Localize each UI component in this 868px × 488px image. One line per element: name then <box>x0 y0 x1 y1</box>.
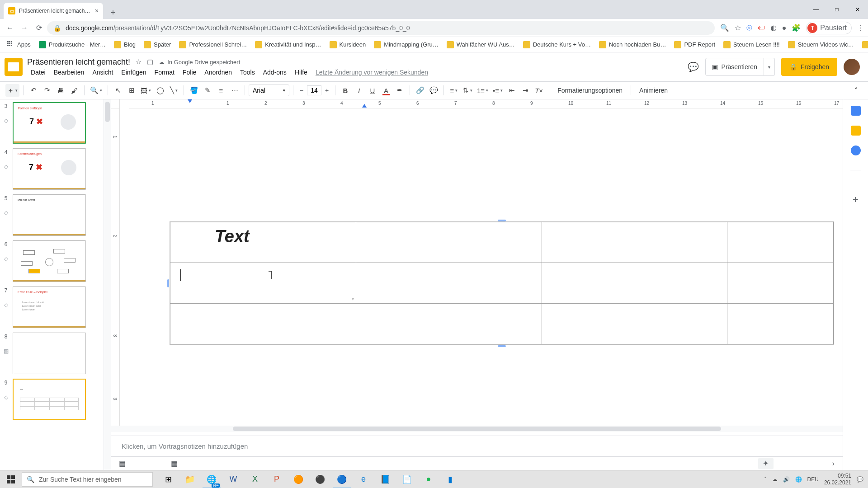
animate-button[interactable]: Animieren <box>635 87 672 94</box>
redo-button[interactable]: ↷ <box>41 84 53 97</box>
font-size-input[interactable] <box>307 85 321 95</box>
app-button[interactable]: 📘 <box>374 470 396 488</box>
menu-edit[interactable]: Bearbeiten <box>50 68 88 77</box>
side-panel-toggle-icon[interactable]: › <box>832 460 835 468</box>
share-button[interactable]: 🔒Freigeben <box>781 58 837 76</box>
indent-increase-button[interactable]: ⇥ <box>519 84 532 97</box>
link-button[interactable]: 🔗 <box>414 84 426 97</box>
table-cell[interactable] <box>170 304 356 344</box>
window-close-button[interactable]: ✕ <box>847 0 868 19</box>
extension-circle-icon[interactable]: ◐ <box>770 23 777 32</box>
tray-cloud-icon[interactable]: ☁ <box>772 476 778 483</box>
menu-insert[interactable]: Einfügen <box>118 68 150 77</box>
star-icon[interactable]: ☆ <box>136 58 142 66</box>
table-cell[interactable] <box>356 222 542 263</box>
bookmark-item[interactable]: Mindmapping (Gru… <box>371 39 441 50</box>
bookmark-item[interactable]: Wahlfächer WU Aus… <box>444 39 518 50</box>
tray-network-icon[interactable]: 🌐 <box>795 476 802 483</box>
border-color-button[interactable]: ✎ <box>201 84 214 97</box>
table-cell[interactable] <box>542 304 727 344</box>
slide-thumb-3[interactable]: Formen einfügen7 ✖ <box>13 102 86 144</box>
close-tab-icon[interactable]: × <box>95 7 99 14</box>
keep-sidebar-icon[interactable] <box>851 126 861 136</box>
bookmark-item[interactable]: Deutsche Kurs + Vo… <box>520 39 594 50</box>
slides-logo-icon[interactable] <box>5 58 23 76</box>
clear-format-button[interactable]: T× <box>533 84 545 97</box>
table-cell[interactable] <box>542 222 727 263</box>
account-avatar[interactable] <box>844 59 860 75</box>
calendar-sidebar-icon[interactable] <box>851 106 861 116</box>
filmstrip-view-icon[interactable]: ▤ <box>119 459 126 468</box>
table-cell[interactable] <box>542 263 727 304</box>
spotify-app-button[interactable]: ● <box>418 470 439 488</box>
bold-button[interactable]: B <box>339 84 352 97</box>
table-cell-active[interactable]: ▾ <box>170 263 356 304</box>
bookmark-item[interactable]: Produktsuche - Mer… <box>36 39 108 50</box>
task-view-button[interactable]: ⊞ <box>157 470 179 488</box>
window-minimize-button[interactable]: ― <box>806 0 826 19</box>
numbered-list-button[interactable]: 1≡ <box>475 84 490 97</box>
extension-shopping-icon[interactable]: 🏷 <box>758 24 765 32</box>
chrome-app-button[interactable]: 🔵 <box>331 470 353 488</box>
reload-button[interactable]: ⟳ <box>33 22 45 34</box>
menu-arrange[interactable]: Anordnen <box>201 68 236 77</box>
notepad-app-button[interactable]: 📄 <box>396 470 418 488</box>
present-button[interactable]: ▣Präsentieren <box>705 58 764 76</box>
image-tool[interactable]: 🖼 <box>139 84 153 97</box>
comments-icon[interactable]: 💬 <box>688 61 699 72</box>
table-cell[interactable] <box>356 304 542 344</box>
window-maximize-button[interactable]: □ <box>826 0 847 19</box>
reader-icon[interactable]: ⦾ <box>746 24 752 32</box>
edge-app-button[interactable]: 🌐99+ <box>201 470 222 488</box>
extension-dot-icon[interactable]: ● <box>782 24 787 32</box>
underline-button[interactable]: U <box>366 84 379 97</box>
browser-tab[interactable]: ▭ Präsentieren leicht gemacht! - G… × <box>4 3 103 19</box>
table-cell[interactable] <box>356 263 542 304</box>
present-dropdown[interactable]: ▾ <box>764 58 775 76</box>
line-tool[interactable]: ╲ <box>167 84 180 97</box>
bookmark-item[interactable]: Blog <box>111 39 138 50</box>
slide-table[interactable]: Text ▾ <box>170 221 834 345</box>
slide-thumb-4[interactable]: Formen einfügen7 ✖ <box>13 148 86 190</box>
zoom-icon[interactable]: 🔍 <box>720 23 729 32</box>
bookmark-star-icon[interactable]: ☆ <box>735 23 741 32</box>
font-size-decrease[interactable]: − <box>297 85 306 95</box>
obs-app-button[interactable]: ⚫ <box>309 470 331 488</box>
font-size-increase[interactable]: + <box>322 85 331 95</box>
extensions-puzzle-icon[interactable]: 🧩 <box>792 23 801 32</box>
ruler-indent-marker[interactable] <box>362 104 367 108</box>
menu-slide[interactable]: Folie <box>179 68 200 77</box>
address-bar[interactable]: 🔒 docs.google.com/presentation/d/1yV372S… <box>47 21 715 35</box>
cell-dropdown-icon[interactable]: ▾ <box>352 296 354 301</box>
textbox-tool[interactable]: ⊞ <box>125 84 138 97</box>
table-handle-left[interactable] <box>167 279 169 287</box>
forward-button[interactable]: → <box>18 22 31 34</box>
italic-button[interactable]: I <box>353 84 365 97</box>
slide-thumb-6[interactable] <box>13 240 86 282</box>
profile-button[interactable]: T Pausiert <box>806 22 852 34</box>
horizontal-scrollbar[interactable] <box>111 426 843 432</box>
transition-icon[interactable]: ◇ <box>4 210 8 216</box>
addons-sidebar-icon[interactable]: + <box>853 194 859 206</box>
comment-button[interactable]: 💬 <box>427 84 440 97</box>
filmstrip[interactable]: 3◇ Formen einfügen7 ✖ 4◇ Formen einfügen… <box>0 99 104 470</box>
format-options-button[interactable]: Formatierungsoptionen <box>553 87 627 94</box>
explore-button[interactable]: ✦ <box>758 458 774 469</box>
table-cell[interactable] <box>727 263 834 304</box>
menu-view[interactable]: Ansicht <box>89 68 117 77</box>
align-button[interactable]: ≡ <box>448 84 460 97</box>
tray-expand-icon[interactable]: ˄ <box>764 476 767 483</box>
tray-volume-icon[interactable]: 🔊 <box>783 476 790 483</box>
bookmark-item[interactable]: Kreativität und Insp… <box>252 39 324 50</box>
apps-button[interactable]: Apps <box>5 39 33 50</box>
bookmark-item[interactable]: Steuern Lesen !!!! <box>721 39 783 50</box>
edge-legacy-button[interactable]: e <box>353 470 374 488</box>
powerpoint-app-button[interactable]: P <box>266 470 288 488</box>
font-selector[interactable]: Arial▾ <box>249 84 289 96</box>
border-weight-button[interactable]: ≡ <box>215 84 227 97</box>
bookmark-item[interactable]: PDF Report <box>671 39 718 50</box>
select-tool[interactable]: ↖ <box>112 84 124 97</box>
indent-decrease-button[interactable]: ⇤ <box>505 84 518 97</box>
table-handle-top[interactable] <box>498 220 506 221</box>
transition-icon[interactable]: ◇ <box>4 164 8 170</box>
